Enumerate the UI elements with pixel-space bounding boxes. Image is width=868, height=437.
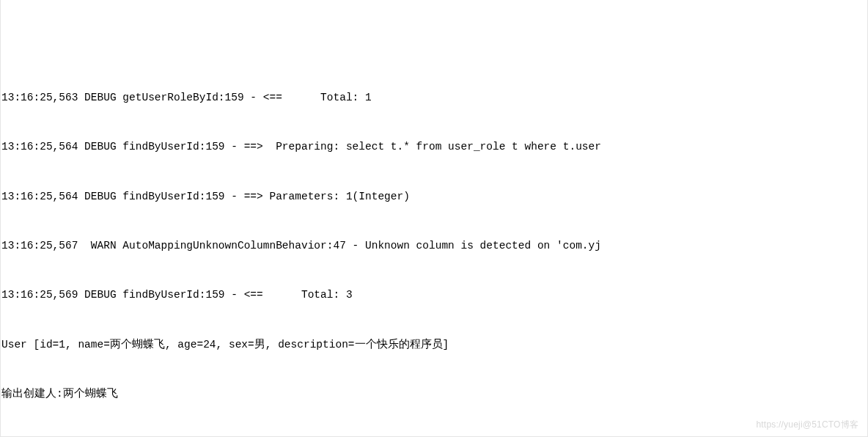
log-line: 13:16:25,567 WARN AutoMappingUnknownColu… [1,238,867,254]
log-output: 13:16:25,563 DEBUG getUserRoleById:159 -… [1,56,867,437]
log-line: 13:16:25,563 DEBUG getUserRoleById:159 -… [1,89,867,106]
watermark-text: https://yueji@51CTO博客 [756,418,858,432]
log-line: 输出创建人:两个蝴蝶飞 [1,386,867,402]
log-line: 13:16:25,564 DEBUG findByUserId:159 - ==… [1,188,867,205]
log-line: 13:16:25,564 DEBUG findByUserId:159 - ==… [1,139,867,155]
log-line: 13:16:25,569 DEBUG findByUserId:159 - <=… [1,287,867,303]
log-line: User [id=1, name=两个蝴蝶飞, age=24, sex=男, d… [1,337,867,353]
